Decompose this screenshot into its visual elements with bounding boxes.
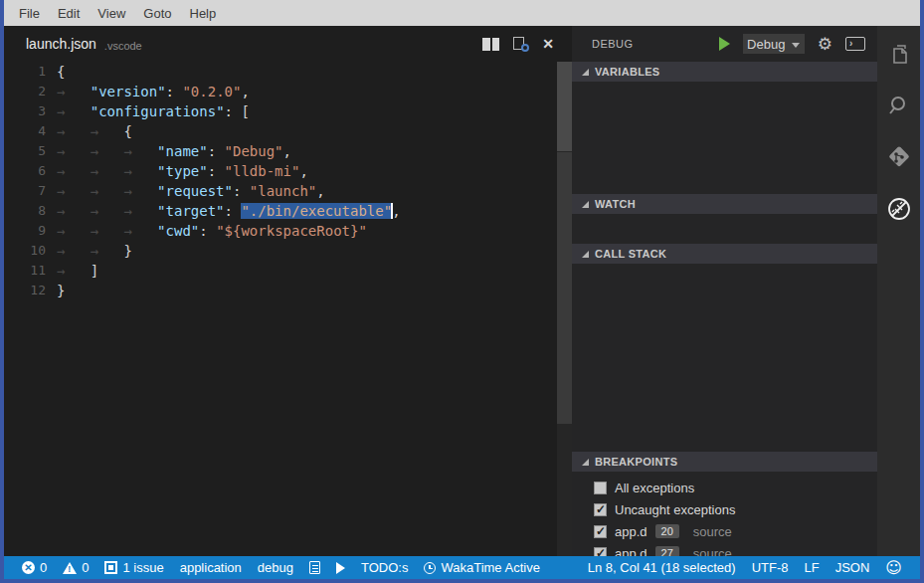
- code-line[interactable]: 6→→→"type": "lldb-mi",: [4, 161, 572, 181]
- breakpoint-label: app.d: [615, 524, 647, 539]
- encoding-status[interactable]: UTF-8: [744, 560, 797, 575]
- code-token: {: [123, 123, 131, 139]
- file-title: launch.json: [26, 36, 96, 52]
- code-line[interactable]: 8→→→"target": "./bin/executable",: [4, 201, 572, 221]
- code-line[interactable]: 7→→→"request": "launch",: [4, 181, 572, 201]
- debug-config-value: Debug: [747, 37, 785, 52]
- tab-whitespace-marker: →: [123, 201, 157, 221]
- variables-body: [572, 82, 877, 194]
- warning-icon: [63, 562, 77, 574]
- build-doc-status[interactable]: [301, 556, 328, 579]
- wakatime-status[interactable]: WakaTime Active: [416, 556, 547, 579]
- issues-status[interactable]: 1 issue: [96, 556, 171, 579]
- build-config-status[interactable]: debug: [250, 556, 301, 579]
- language-mode-label: JSON: [835, 560, 870, 575]
- breakpoint-checkbox[interactable]: [594, 525, 607, 538]
- tab-whitespace-marker: →: [57, 161, 91, 181]
- code-token: "Debug": [225, 143, 283, 159]
- explorer-files-icon[interactable]: [885, 40, 913, 68]
- tab-whitespace-marker: →: [57, 181, 91, 201]
- activity-bar: [877, 26, 920, 556]
- clock-icon: [424, 562, 436, 574]
- code-line[interactable]: 11→]: [4, 261, 572, 281]
- section-header-breakpoints[interactable]: BREAKPOINTS: [572, 452, 877, 472]
- line-number: 5: [4, 141, 46, 161]
- tab-whitespace-marker: →: [57, 241, 91, 261]
- project-status[interactable]: application: [172, 556, 250, 579]
- breakpoint-row[interactable]: Uncaught exceptions: [572, 498, 877, 520]
- start-debug-icon[interactable]: [719, 37, 730, 51]
- code-token: "name": [157, 143, 208, 159]
- language-mode-status[interactable]: JSON: [828, 560, 878, 575]
- debug-icon[interactable]: [885, 195, 913, 223]
- section-header-callstack[interactable]: CALL STACK: [572, 244, 877, 264]
- code-token: ,: [241, 84, 249, 99]
- run-status[interactable]: [328, 556, 353, 579]
- code-token: }: [57, 283, 65, 298]
- feedback-status[interactable]: ☺: [877, 560, 910, 576]
- editor-title-bar: launch.json .vscode ✕: [4, 26, 572, 62]
- section-header-variables[interactable]: VARIABLES: [572, 62, 877, 82]
- code-token: ,: [283, 143, 291, 159]
- section-label: VARIABLES: [595, 66, 659, 78]
- git-icon[interactable]: [885, 143, 913, 171]
- code-token: "0.2.0": [182, 84, 241, 99]
- code-token: "type": [157, 163, 208, 179]
- code-area[interactable]: 1{2→"version": "0.2.0",3→"configurations…: [4, 62, 572, 300]
- code-line[interactable]: 4→→{: [4, 121, 572, 141]
- warning-count-value: 0: [82, 560, 89, 575]
- code-line[interactable]: 1{: [4, 62, 572, 82]
- todos-status[interactable]: TODO:s: [353, 556, 416, 579]
- code-line[interactable]: 12}: [4, 281, 572, 300]
- menu-view[interactable]: View: [89, 2, 134, 25]
- error-count[interactable]: ✕ 0: [14, 556, 55, 579]
- project-label: application: [180, 560, 242, 575]
- line-number: 7: [4, 181, 46, 201]
- menu-file[interactable]: File: [10, 2, 49, 25]
- breakpoint-row[interactable]: app.d20source: [572, 520, 877, 542]
- breakpoint-checkbox[interactable]: [594, 482, 607, 494]
- code-line[interactable]: 9→→→"cwd": "${workspaceRoot}": [4, 221, 572, 241]
- tab-whitespace-marker: →: [123, 161, 157, 181]
- menu-goto[interactable]: Goto: [134, 2, 180, 25]
- debug-config-dropdown[interactable]: Debug: [743, 34, 805, 54]
- cursor-position-status[interactable]: Ln 8, Col 41 (18 selected): [580, 560, 744, 575]
- editor-scrollbar[interactable]: [557, 62, 572, 556]
- gear-icon[interactable]: ⚙: [818, 36, 832, 53]
- scrollbar-thumb[interactable]: [557, 62, 572, 151]
- code-line[interactable]: 3→"configurations": [: [4, 101, 572, 121]
- split-editor-icon[interactable]: [482, 38, 499, 51]
- section-header-watch[interactable]: WATCH: [572, 194, 877, 214]
- line-number: 3: [4, 101, 46, 121]
- close-icon[interactable]: ✕: [542, 37, 554, 51]
- smiley-icon: ☺: [885, 560, 902, 576]
- line-number: 9: [4, 221, 46, 241]
- eol-status[interactable]: LF: [796, 560, 827, 575]
- tab-whitespace-marker: →: [57, 121, 91, 141]
- code-token: :: [208, 163, 225, 179]
- warning-count[interactable]: 0: [55, 556, 96, 579]
- open-preview-icon[interactable]: [513, 37, 528, 52]
- menu-help[interactable]: Help: [181, 2, 226, 25]
- code-line[interactable]: 10→→}: [4, 241, 572, 261]
- breakpoint-row[interactable]: All exceptions: [572, 477, 877, 498]
- issues-icon: [104, 561, 117, 574]
- code-line[interactable]: 5→→→"name": "Debug",: [4, 141, 572, 161]
- code-token: ,: [392, 203, 400, 219]
- tab-whitespace-marker: →: [91, 161, 124, 181]
- open-console-icon[interactable]: ›: [845, 37, 865, 51]
- menu-edit[interactable]: Edit: [49, 2, 89, 25]
- line-number: 8: [4, 201, 46, 221]
- tab-whitespace-marker: →: [57, 261, 91, 281]
- line-number: 1: [4, 62, 46, 82]
- tab-whitespace-marker: →: [57, 141, 91, 161]
- tab-whitespace-marker: →: [57, 82, 91, 101]
- code-line[interactable]: 2→"version": "0.2.0",: [4, 82, 572, 101]
- status-bar: ✕ 0 0 1 issue application debug TODO:s W…: [4, 556, 920, 579]
- tab-whitespace-marker: →: [57, 221, 91, 241]
- code-token: "launch": [250, 183, 316, 199]
- search-icon[interactable]: [885, 92, 913, 119]
- breakpoint-checkbox[interactable]: [594, 503, 607, 516]
- tab-whitespace-marker: →: [123, 181, 157, 201]
- play-icon: [336, 562, 345, 574]
